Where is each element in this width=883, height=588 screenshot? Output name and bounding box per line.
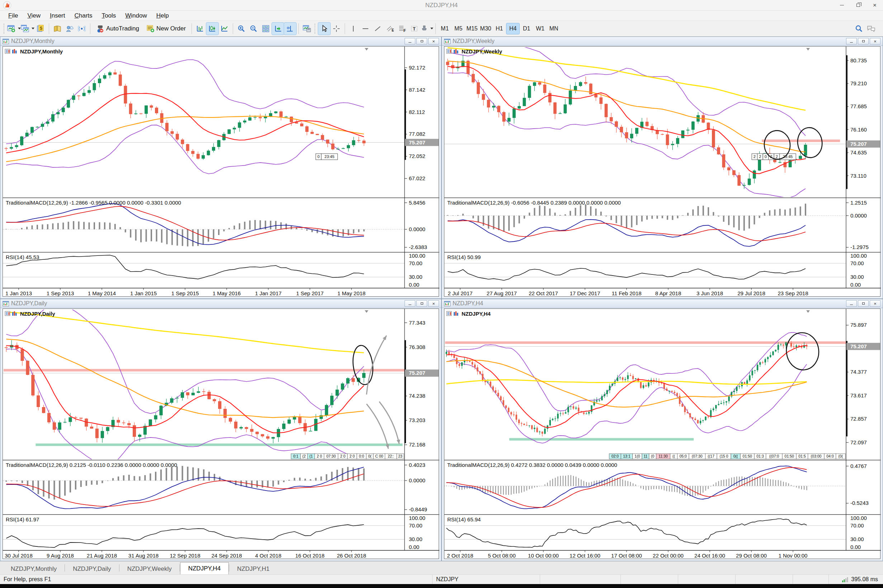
timeframe-button-d1[interactable]: D1 xyxy=(520,23,533,34)
svg-text:77.343: 77.343 xyxy=(409,320,425,326)
timeframe-button-m1[interactable]: M1 xyxy=(438,23,451,34)
svg-text:76.308: 76.308 xyxy=(409,344,425,350)
chart-canvas-h4[interactable]: NZDJPY,H402:013:11(011(011:30((05:0(07:3… xyxy=(444,309,881,559)
chart-window-titlebar[interactable]: NZDJPY,H4× xyxy=(442,299,883,308)
toolbar-handle[interactable] xyxy=(4,24,6,34)
child-minimize-button[interactable] xyxy=(846,300,857,307)
status-ping-value: 395.08 ms xyxy=(851,576,878,583)
child-close-button[interactable]: × xyxy=(870,300,880,307)
restore-button[interactable] xyxy=(850,0,866,10)
chart-window-icon xyxy=(3,301,9,306)
svg-text:12 Oct 16:00: 12 Oct 16:00 xyxy=(570,552,600,559)
chart-window-titlebar[interactable]: NZDJPY,Monthly× xyxy=(0,37,441,46)
new-chart-button[interactable] xyxy=(7,22,21,35)
tile-windows-button[interactable] xyxy=(260,22,272,35)
timeframe-button-m30[interactable]: M30 xyxy=(479,23,492,34)
child-close-button[interactable]: × xyxy=(870,38,880,44)
menu-item-view[interactable]: View xyxy=(23,12,45,20)
timeframe-button-m5[interactable]: M5 xyxy=(452,23,465,34)
profiles-button[interactable] xyxy=(21,22,35,35)
tile-windows-icon xyxy=(262,25,270,33)
child-restore-button[interactable] xyxy=(417,38,427,44)
child-minimize-button[interactable] xyxy=(846,38,857,44)
channel-icon: E xyxy=(386,25,394,33)
arrows-icon xyxy=(420,25,428,33)
chart-canvas-weekly[interactable]: NZDJPY,Weekly2202223:45TraditionalMACD(1… xyxy=(444,46,881,297)
child-close-button[interactable]: × xyxy=(428,38,439,44)
zoom-in-button[interactable] xyxy=(235,22,247,35)
chart-tab-h4[interactable]: NZDJPY,H4 xyxy=(180,562,229,574)
chart-canvas-monthly[interactable]: NZDJPY,Monthly023:45TraditionalMACD(12,2… xyxy=(3,46,439,297)
chart-window-titlebar[interactable]: NZDJPY,Weekly× xyxy=(442,37,883,46)
signals-icon xyxy=(78,25,86,33)
vertical-line-button[interactable] xyxy=(347,22,360,35)
child-restore-button[interactable] xyxy=(858,300,869,307)
close-button[interactable]: × xyxy=(866,0,883,10)
child-restore-button[interactable] xyxy=(417,300,427,307)
chart-canvas-daily[interactable]: NZDJPY,Daily0:1(2(12 007:302 02 00:00(C … xyxy=(3,309,439,559)
toolbar-handle[interactable] xyxy=(314,24,317,34)
svg-text:NZDJPY,H4: NZDJPY,H4 xyxy=(462,310,491,317)
trendline-button[interactable] xyxy=(372,22,384,35)
chart-tab-weekly[interactable]: NZDJPY,Weekly xyxy=(119,564,180,574)
chart-tab-h1[interactable]: NZDJPY,H1 xyxy=(229,564,277,574)
menu-item-charts[interactable]: Charts xyxy=(70,12,97,20)
channel-button[interactable]: E xyxy=(384,22,396,35)
fibonacci-button[interactable]: F xyxy=(396,22,408,35)
search-button[interactable] xyxy=(853,22,865,35)
svg-text:(2: (2 xyxy=(302,454,305,458)
chart-tab-daily[interactable]: NZDJPY,Daily xyxy=(65,564,119,574)
menu-item-window[interactable]: Window xyxy=(120,12,151,20)
timeframe-button-mn[interactable]: MN xyxy=(547,23,560,34)
svg-text:30.00: 30.00 xyxy=(850,274,864,280)
timeframe-button-h4[interactable]: H4 xyxy=(506,23,519,34)
menu-item-insert[interactable]: Insert xyxy=(45,12,70,20)
chat-button[interactable] xyxy=(865,22,877,35)
chart-tab-monthly[interactable]: NZDJPY,Monthly xyxy=(3,564,65,574)
cursor-button[interactable] xyxy=(318,22,330,35)
svg-text:-1.2975: -1.2975 xyxy=(850,244,869,250)
zoom-out-button[interactable] xyxy=(247,22,260,35)
svg-text:76.160: 76.160 xyxy=(850,126,867,133)
chart-tab-bar: NZDJPY,MonthlyNZDJPY,DailyNZDJPY,WeeklyN… xyxy=(0,561,883,574)
chart-window-titlebar[interactable]: NZDJPY,Daily× xyxy=(0,299,441,308)
child-minimize-button[interactable] xyxy=(405,38,415,44)
horizontal-line-button[interactable] xyxy=(360,22,372,35)
chart-window-icon xyxy=(444,301,450,306)
minimize-button[interactable] xyxy=(833,0,850,10)
child-restore-button[interactable] xyxy=(858,38,869,44)
svg-text:92.172: 92.172 xyxy=(409,64,425,70)
arrows-button[interactable] xyxy=(420,22,433,35)
timeframe-button-m15[interactable]: M15 xyxy=(466,23,478,34)
new-order-button[interactable]: New Order xyxy=(143,22,190,35)
child-close-button[interactable]: × xyxy=(428,300,439,307)
templates-button[interactable] xyxy=(301,22,313,35)
line-chart-button[interactable] xyxy=(218,22,231,35)
menu-item-tools[interactable]: Tools xyxy=(97,12,121,20)
market-watch-button[interactable]: $ xyxy=(35,22,47,35)
child-minimize-button[interactable] xyxy=(405,300,415,307)
menu-item-file[interactable]: File xyxy=(4,12,23,20)
trendline-icon xyxy=(374,25,382,33)
menu-item-help[interactable]: Help xyxy=(152,12,174,20)
timeframe-button-h1[interactable]: H1 xyxy=(493,23,506,34)
svg-text:70.00: 70.00 xyxy=(409,522,423,528)
text-button[interactable]: T xyxy=(408,22,420,35)
auto-scroll-button[interactable] xyxy=(272,22,284,35)
signals-button[interactable] xyxy=(76,22,88,35)
chart-shift-button[interactable] xyxy=(284,22,296,35)
svg-text:74.238: 74.238 xyxy=(409,393,425,399)
status-help-text: For Help, press F1 xyxy=(0,575,432,584)
mdi-area: NZDJPY,Monthly×NZDJPY,Monthly023:45Tradi… xyxy=(0,36,883,561)
svg-text:1 May 2014: 1 May 2014 xyxy=(88,290,116,296)
autotrading-button[interactable]: AutoTrading xyxy=(93,22,143,35)
chart-window-title: NZDJPY,Weekly xyxy=(453,38,495,44)
timeframe-button-w1[interactable]: W1 xyxy=(534,23,547,34)
crosshair-button[interactable] xyxy=(330,22,343,35)
candle-chart-button[interactable] xyxy=(206,22,218,35)
svg-text:04:0: 04:0 xyxy=(826,454,834,458)
new-order-icon xyxy=(146,25,155,33)
history-center-button[interactable] xyxy=(51,22,63,35)
bar-chart-button[interactable] xyxy=(194,22,206,35)
navigator-button[interactable] xyxy=(63,22,76,35)
